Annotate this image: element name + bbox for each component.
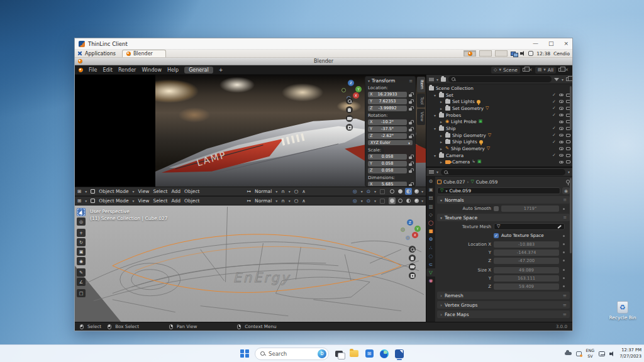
panel-grip-icon[interactable]: ≡	[563, 197, 567, 202]
chevron-down-icon[interactable]: ▾	[433, 126, 437, 131]
camera-visibility-icon[interactable]	[566, 147, 570, 150]
outliner-item-label[interactable]: Ship Lights	[452, 139, 477, 145]
tab-world[interactable]: ◯	[426, 219, 435, 227]
animate-dot[interactable]	[563, 251, 565, 253]
maximize-button[interactable]: □	[548, 41, 554, 47]
network-icon[interactable]	[511, 52, 517, 56]
tray-app-icon[interactable]	[576, 351, 582, 356]
axis-y-handle[interactable]: Y	[414, 226, 421, 232]
checkbox-icon[interactable]: ✓	[552, 106, 557, 111]
animate-dot[interactable]	[563, 243, 565, 245]
tab-object-data[interactable]: ▽	[426, 268, 435, 277]
perspective-toggle-button[interactable]	[346, 124, 353, 131]
outliner-item-label[interactable]: Camera	[446, 153, 464, 158]
rotate-tool[interactable]: ↻	[77, 238, 86, 246]
applications-menu[interactable]: Applications	[85, 51, 116, 57]
editor-type-icon[interactable]: ⊞	[77, 189, 81, 194]
outliner-search-input[interactable]	[448, 76, 552, 82]
remote-window-titlebar[interactable]: Blender	[75, 58, 572, 65]
perspective-toggle-button[interactable]	[409, 272, 416, 279]
display-mode-icon[interactable]	[429, 77, 434, 82]
minimize-button[interactable]: —	[533, 41, 538, 47]
eye-icon[interactable]	[559, 114, 564, 117]
axis-z-handle[interactable]: Z	[348, 80, 354, 86]
scale-y-field[interactable]: Y0.058	[368, 161, 407, 167]
sidebar-tab-item[interactable]: Item	[417, 77, 425, 92]
clock[interactable]: 12:37 PM 7/27/2023	[619, 348, 641, 359]
properties-search-input[interactable]	[441, 169, 565, 175]
rotation-z-field[interactable]: Z-2.62°	[368, 133, 407, 139]
camera-visibility-icon[interactable]	[566, 140, 570, 143]
zoom-view-button[interactable]	[409, 246, 416, 253]
outliner-item-label[interactable]: Scene Collection	[436, 85, 474, 91]
new-viewlayer-button[interactable]	[558, 68, 562, 72]
datablock-name-field[interactable]: ▽ ▾ Cube.059	[437, 187, 560, 194]
auto-smooth-checkbox[interactable]	[494, 206, 499, 211]
texspace-location-y[interactable]: -144.374	[494, 250, 559, 256]
eye-icon[interactable]	[559, 134, 564, 137]
checkbox-icon[interactable]: ✓	[552, 112, 557, 118]
editor-type-icon[interactable]	[429, 170, 434, 174]
axis-y-handle[interactable]: Y	[355, 86, 362, 92]
outliner-row[interactable]: ▸ Set Geometry ▽ ✓	[426, 105, 572, 112]
scale-x-field[interactable]: X0.058	[368, 154, 407, 160]
eye-icon[interactable]	[559, 141, 564, 144]
outliner-row[interactable]: ▸ ✎ Ship Geometry ▽	[426, 145, 572, 152]
rotation-y-field[interactable]: Y-37.5°	[368, 126, 407, 132]
eye-icon[interactable]	[559, 154, 564, 157]
orientation-dropdown[interactable]: Normal	[255, 198, 272, 204]
camera-view-button[interactable]	[346, 115, 353, 122]
texspace-size-y[interactable]: 163.111	[494, 275, 559, 282]
cursor-tool[interactable]: ◎	[77, 217, 86, 226]
panel-grip-icon[interactable]: ≡	[563, 312, 567, 317]
checkbox-icon[interactable]: ✓	[552, 126, 557, 131]
axis-negative-dot[interactable]	[401, 228, 405, 232]
eye-icon[interactable]	[559, 100, 564, 103]
menu-object[interactable]: Object	[184, 189, 199, 194]
file-explorer-button[interactable]	[349, 349, 359, 359]
snap-icon[interactable]: ∩	[281, 189, 285, 194]
axis-z-handle[interactable]: Z	[407, 219, 413, 226]
add-cube-tool[interactable]: □	[77, 289, 86, 297]
tab-scene[interactable]: ◇	[426, 211, 435, 219]
outliner-row[interactable]: ▸ ◉ Light Probe ▣	[426, 118, 572, 125]
animate-dot[interactable]	[563, 208, 565, 210]
auto-texture-space-checkbox[interactable]	[494, 233, 499, 238]
tab-output[interactable]: ▤	[426, 194, 435, 202]
eye-icon[interactable]	[559, 147, 564, 150]
checkbox-icon[interactable]: ✓	[552, 133, 557, 138]
move-tool[interactable]: +	[77, 229, 86, 237]
animate-dot[interactable]	[563, 260, 565, 261]
outliner-item-label[interactable]: Ship Geometry	[452, 133, 486, 138]
gizmo-toggle-icon[interactable]: ◎	[353, 189, 357, 194]
remesh-panel-header[interactable]: › Remesh ≡	[437, 292, 570, 299]
menu-view[interactable]: View	[138, 198, 150, 204]
dimensions-x-field[interactable]: X5.685	[368, 182, 407, 187]
overlays-toggle-icon[interactable]: ⊙	[367, 198, 370, 204]
chevron-down-icon[interactable]: ▾	[368, 79, 370, 83]
lock-icon[interactable]	[409, 168, 413, 173]
outliner-item-label[interactable]: Probes	[446, 112, 461, 118]
thinlinc-taskbar-button[interactable]	[394, 349, 404, 359]
checkbox-icon[interactable]: ✓	[552, 140, 557, 145]
tab-modifiers[interactable]: ⚙	[426, 235, 435, 243]
bing-chat-icon[interactable]: b	[318, 349, 326, 358]
new-collection-button[interactable]	[566, 77, 570, 81]
volume-icon[interactable]	[520, 51, 525, 56]
tab-physics[interactable]: ◌	[426, 252, 435, 260]
animate-dot[interactable]	[563, 235, 565, 237]
rotation-x-field[interactable]: X-10.2°	[368, 119, 407, 125]
scale-tool[interactable]: ▣	[77, 248, 86, 256]
menu-help[interactable]: Help	[167, 67, 179, 73]
shading-rendered-button[interactable]	[413, 197, 420, 204]
overlays-toggle-icon[interactable]: ⊙	[367, 189, 370, 194]
pan-view-button[interactable]	[409, 255, 416, 261]
gizmo-toggle-icon[interactable]: ◎	[353, 198, 357, 204]
tab-view-layer[interactable]: ▥	[426, 202, 435, 211]
chevron-right-icon[interactable]: ▸	[439, 160, 443, 164]
chevron-right-icon[interactable]: ▸	[439, 99, 443, 104]
panel-grip-icon[interactable]: ≡	[563, 293, 567, 299]
language-indicator[interactable]: ENG SV	[586, 348, 595, 358]
outliner-row[interactable]: ▾ Set ✓	[426, 92, 572, 99]
proportional-edit-icon[interactable]: ○	[294, 189, 299, 194]
